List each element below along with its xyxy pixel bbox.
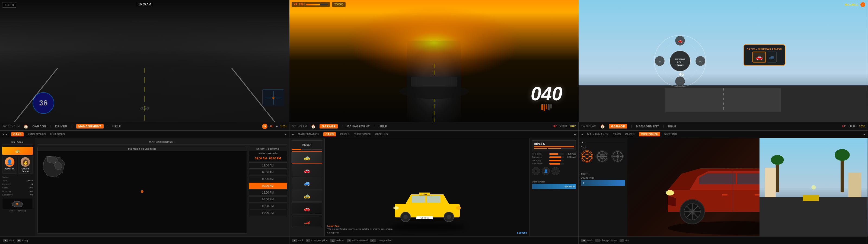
subnav-cars-4[interactable]: CARS [11, 132, 24, 136]
windows-status-title: ACTUAL WINDOWS STATUS [747, 48, 782, 50]
back-key-5: ◄ [292, 239, 297, 242]
xp-fill [306, 4, 320, 5]
subnav-customize-6[interactable]: CUSTOMIZE [639, 132, 660, 136]
info-bar-speed: Top speed 220 km/h [532, 156, 576, 158]
customize-price-section: Total: 1 Buying Price 1 [581, 164, 625, 186]
nav-management-5[interactable]: MANAGEMENT [347, 125, 370, 128]
car-item-1[interactable]: 🚕 [291, 151, 322, 163]
driver-card-2[interactable]: 👩 Claudia Dupont [18, 156, 33, 174]
car-gallery: RIVELA 🚕 🚗 [289, 138, 325, 236]
subnav-finances-4[interactable]: FINANCES [50, 133, 65, 136]
back-indicator: < 4969 [2, 2, 16, 8]
time-slot-0300pm[interactable]: 03:00 PM [249, 196, 287, 203]
nav-garage-5[interactable]: GARAGE [319, 124, 338, 128]
subnav-cars-5[interactable]: CARS [323, 132, 336, 136]
screenshot-panel-2: XP: 2561 250000 040 [289, 0, 579, 122]
subnav-parts-5[interactable]: PARTS [340, 133, 350, 136]
back-key-6: ◄ [581, 239, 586, 242]
time-slot-1200am[interactable]: 12:00 AM [249, 162, 287, 169]
svg-point-33 [16, 203, 18, 205]
feature-icon-3: 🛡 [552, 167, 560, 175]
sell-btn-5[interactable]: △ Sell Car [330, 239, 344, 242]
subnav-resting-5[interactable]: RESTING [375, 133, 388, 136]
change-option-btn-5[interactable]: □ Change Option [306, 239, 328, 242]
car-feature-icons: ⚙ 👤 🛡 [532, 167, 576, 175]
back-btn-6[interactable]: ◄ Back [581, 239, 593, 242]
time-slot-1200pm[interactable]: 12:00 PM [249, 189, 287, 196]
nav-garage-6[interactable]: GARAGE [609, 124, 627, 128]
wheel-opt-2[interactable] [596, 150, 609, 162]
car-item-4[interactable]: 🚕 [291, 189, 322, 202]
nav-help-6[interactable]: HELP [668, 125, 676, 128]
filter-3 [312, 149, 322, 150]
car-icon-1: 🚕 [304, 154, 310, 161]
subnav-customize-5[interactable]: CUSTOMIZE [354, 133, 371, 136]
nav-help-4[interactable]: HELP [112, 125, 121, 128]
info-bar-endurance: Endurance [532, 162, 576, 165]
nav-right-4: XP 88 ■ 1028 [262, 124, 286, 129]
car-item-3[interactable]: 🚙 [291, 177, 322, 189]
selling-price: 4 000000 [517, 232, 527, 234]
wheel-opt-1[interactable] [581, 150, 593, 162]
change-option-btn-6[interactable]: □ Change Option [595, 239, 617, 242]
back-btn-5[interactable]: ◄ Back [292, 239, 304, 242]
svg-text:DOWN: DOWN [677, 64, 684, 66]
make-inserted-label: Make Inserted [352, 239, 368, 242]
time-slot-0300am[interactable]: 03:00 AM [249, 169, 287, 175]
hp-label-5: HP [553, 125, 557, 128]
svg-text:←: ← [658, 59, 661, 63]
subnav-maintenance-5[interactable]: MAINTENANCE [298, 133, 319, 136]
time-slot-0900am[interactable]: 09:00 AM [249, 183, 287, 189]
customize-3d-view [627, 138, 868, 236]
nav-driver-4[interactable]: DRIVER [55, 125, 67, 128]
svg-point-51 [393, 206, 399, 210]
nav-garage-4[interactable]: GARAGE [32, 125, 46, 128]
nav-help-5[interactable]: HELP [379, 125, 387, 128]
buy-btn-6[interactable]: ○ Buy [620, 239, 629, 242]
car-brand-header: RIVELA [534, 142, 574, 146]
nav-management-6[interactable]: MANAGEMENT [636, 125, 659, 128]
car-icon-alt: 🚙 [769, 55, 774, 60]
car-price-row: Selling Price: 4 000000 [328, 232, 527, 234]
buy-label-6: Buy [625, 239, 629, 242]
car-icon-4: 🚕 [304, 192, 310, 199]
durability-fill [549, 160, 560, 161]
back-btn-4[interactable]: ◄ Back [3, 239, 14, 242]
subnav-maintenance-6[interactable]: MAINTENANCE [587, 133, 609, 136]
game-time-1: 10:35 AM [136, 2, 153, 6]
driver-name-2: Claudia Dupont [20, 167, 32, 173]
time-slot-0900pm[interactable]: 09:00 PM [249, 210, 287, 216]
car-item-6[interactable]: 🏎️ [291, 215, 322, 227]
action-bar-4: ◄ Back ■ Assign [0, 236, 289, 244]
hours-title: STARTING HOURS [249, 147, 287, 151]
wheel-svg-1 [582, 151, 592, 162]
svg-rect-4 [0, 68, 289, 122]
bar-5 [550, 104, 552, 109]
filter-btn-5[interactable]: R1 Change Filter [370, 239, 392, 242]
panel5-content: RIVELA 🚕 🚗 [289, 138, 579, 236]
subnav-parts-6[interactable]: PARTS [625, 133, 635, 136]
assign-btn-4[interactable]: ■ Assign [17, 239, 29, 242]
car-item-5[interactable]: 🚗 [291, 202, 322, 214]
durability-bar [549, 160, 564, 161]
nav-management-4[interactable]: MANAGEMENT [76, 124, 104, 128]
subnav-cars-6[interactable]: CARS [613, 133, 621, 136]
wheel-options-grid [581, 150, 625, 162]
driver-card-1[interactable]: 👤 Aphelion [2, 156, 17, 174]
money-hud-3: 000000000 [845, 3, 858, 6]
make-inserted-btn[interactable]: ○ Make Inserted [347, 239, 368, 242]
time-slot-0600pm[interactable]: 06:00 PM [249, 203, 287, 209]
subnav-employees-4[interactable]: EMPLOYEES [28, 133, 46, 136]
buying-price-display-6: 1 [583, 182, 584, 184]
car-item-2[interactable]: 🚗 [291, 164, 322, 176]
rank-icon-4: XP [262, 124, 268, 129]
svg-point-91 [771, 155, 784, 165]
wheel-opt-3[interactable] [611, 150, 624, 162]
endurance-fill [549, 163, 560, 164]
subnav-resting-6[interactable]: RESTING [664, 133, 677, 136]
stat-speed: Speed180 [2, 186, 33, 189]
time-slot-0600am[interactable]: 06:00 AM [249, 176, 287, 182]
buying-label-5: Buying Price: [532, 181, 576, 183]
panel6-content: ▲ Rims [579, 138, 868, 236]
money-4: 1028 [280, 125, 286, 128]
